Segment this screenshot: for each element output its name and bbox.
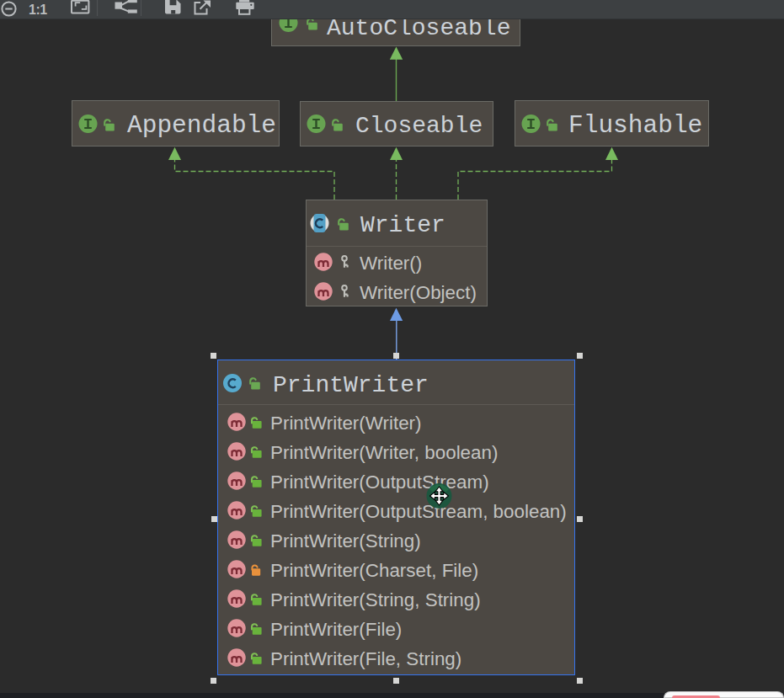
svg-text:1:1: 1:1 <box>29 3 47 17</box>
